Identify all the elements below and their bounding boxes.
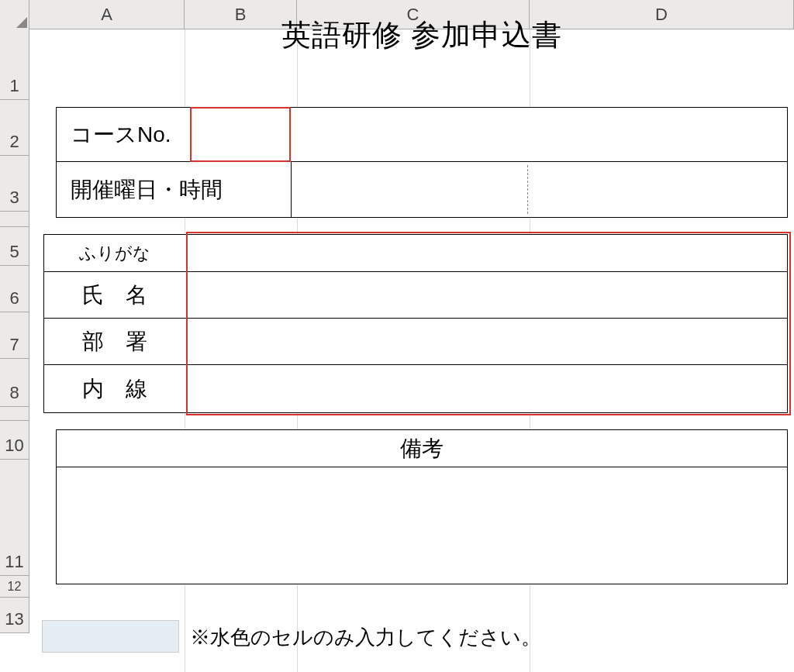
row-header-10[interactable]: 10 [0, 421, 29, 460]
department-label: 部 署 [44, 319, 185, 364]
instruction-note: ※水色のセルのみ入力してください。 [190, 624, 541, 651]
select-all-corner[interactable] [0, 0, 29, 29]
applicant-section: ふりがな 氏 名 部 署 内 線 [43, 234, 788, 413]
name-label: 氏 名 [44, 272, 185, 318]
row-header-5[interactable]: 5 [0, 227, 29, 266]
row-header-6[interactable]: 6 [0, 266, 29, 312]
row-header-7[interactable]: 7 [0, 312, 29, 359]
schedule-label: 開催曜日・時間 [57, 162, 292, 217]
remarks-label: 備考 [57, 430, 787, 467]
divider-dashed [527, 165, 528, 214]
legend-blue-cell[interactable] [42, 620, 179, 653]
row-header-8[interactable]: 8 [0, 359, 29, 407]
row-header-9[interactable] [0, 407, 29, 421]
course-section: コースNo. 開催曜日・時間 [56, 107, 788, 218]
course-no-label: コースNo. [57, 108, 190, 161]
row-header-11[interactable]: 11 [0, 460, 29, 576]
page-title: 英語研修 参加申込書 [56, 0, 788, 70]
spreadsheet: A B C D 1 2 3 5 6 7 8 10 11 12 13 英語研修 参… [0, 0, 794, 672]
cell-D13[interactable] [530, 598, 794, 633]
remarks-section: 備考 [56, 429, 788, 584]
furigana-label: ふりがな [44, 235, 185, 271]
row-header-2[interactable]: 2 [0, 100, 29, 156]
row-header-1[interactable]: 1 [0, 29, 29, 100]
row-header-3[interactable]: 3 [0, 156, 29, 212]
row-header-12[interactable]: 12 [0, 576, 29, 598]
row-header-13[interactable]: 13 [0, 598, 29, 633]
row-header-4[interactable] [0, 212, 29, 227]
course-no-input[interactable] [190, 107, 291, 162]
extension-label: 内 線 [44, 365, 185, 412]
